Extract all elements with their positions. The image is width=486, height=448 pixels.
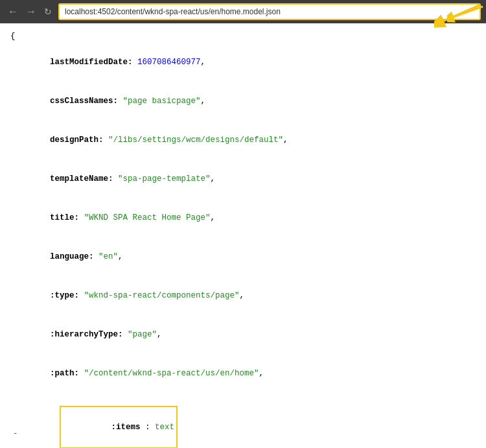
json-content: { lastModifiedDate: 1607086460977, cssCl… <box>0 23 486 448</box>
browser-window: ← → ↻ localhost:4502/content/wknd-spa-re… <box>0 0 486 448</box>
hierarchyType-line: :hierarchyType: "page", <box>10 315 476 354</box>
opening-brace: { <box>10 30 476 43</box>
title-line: title: "WKND SPA React Home Page", <box>10 198 476 237</box>
forward-button[interactable]: → <box>23 5 39 18</box>
browser-chrome: ← → ↻ localhost:4502/content/wknd-spa-re… <box>0 0 486 23</box>
type-line: :type: "wknd-spa-react/components/page", <box>10 276 476 315</box>
path-line: :path: "/content/wknd-spa-react/us/en/ho… <box>10 354 476 393</box>
lastModifiedDate-line: lastModifiedDate: 1607086460977, <box>10 43 476 82</box>
nav-buttons: ← → ↻ <box>5 5 54 18</box>
language-line: language: "en", <box>10 237 476 276</box>
designPath-line: designPath: "/libs/settings/wcm/designs/… <box>10 121 476 159</box>
items-highlight-box: :items : text <box>60 406 178 448</box>
items-level1-line: - :items : text { <box>10 393 476 448</box>
back-button[interactable]: ← <box>5 5 21 18</box>
templateName-line: templateName: "spa-page-template", <box>10 159 476 198</box>
address-bar[interactable]: localhost:4502/content/wknd-spa-react/us… <box>58 3 481 20</box>
cssClassNames-line: cssClassNames: "page basicpage", <box>10 82 476 121</box>
url-text: localhost:4502/content/wknd-spa-react/us… <box>65 7 281 16</box>
refresh-button[interactable]: ↻ <box>41 5 54 18</box>
